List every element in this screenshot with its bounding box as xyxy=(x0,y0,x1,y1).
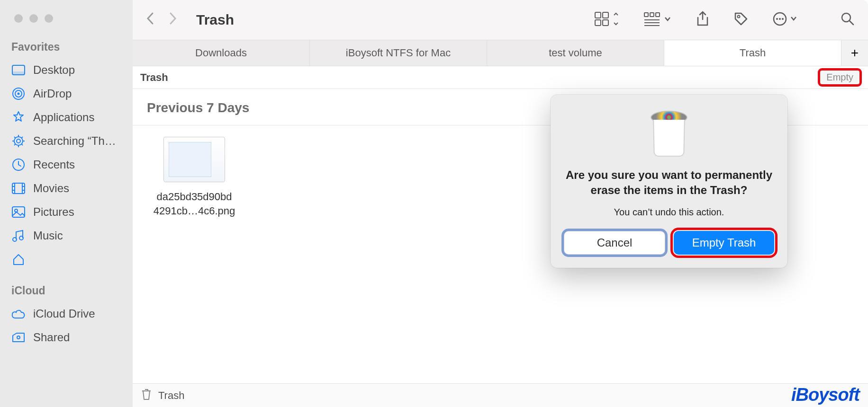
music-icon xyxy=(11,229,26,243)
svg-line-13 xyxy=(14,144,16,145)
sidebar-item-desktop[interactable]: Desktop xyxy=(0,58,133,82)
sidebar-item-airdrop[interactable]: AirDrop xyxy=(0,82,133,106)
svg-point-42 xyxy=(782,18,784,20)
tab-downloads[interactable]: Downloads xyxy=(133,40,310,66)
tab-test-volume[interactable]: test volume xyxy=(487,40,664,66)
movies-icon xyxy=(11,181,26,195)
svg-rect-34 xyxy=(656,13,660,17)
pictures-icon xyxy=(11,205,26,219)
sidebar-item-icloud-drive[interactable]: iCloud Drive xyxy=(0,302,133,326)
sidebar-item-label: Recents xyxy=(33,158,75,171)
empty-trash-button[interactable]: Empty xyxy=(819,70,860,85)
cancel-button[interactable]: Cancel xyxy=(564,231,665,255)
tab-label: iBoysoft NTFS for Mac xyxy=(346,47,451,59)
svg-rect-30 xyxy=(595,20,601,26)
toolbar: Trash xyxy=(133,0,868,40)
sidebar-item-movies[interactable]: Movies xyxy=(0,177,133,200)
svg-rect-1 xyxy=(12,71,25,75)
maximize-window-icon[interactable] xyxy=(45,14,53,23)
sidebar-item-label: Applications xyxy=(33,111,94,124)
status-bar: Trash xyxy=(133,383,868,407)
svg-point-27 xyxy=(17,336,20,339)
tab-add-button[interactable]: + xyxy=(841,40,868,66)
more-button[interactable] xyxy=(772,11,798,28)
svg-point-24 xyxy=(15,209,18,212)
sidebar-item-applications[interactable]: Applications xyxy=(0,106,133,129)
svg-line-12 xyxy=(21,144,23,145)
nav-back-button[interactable] xyxy=(146,12,154,28)
airdrop-icon xyxy=(11,87,26,101)
tab-label: Trash xyxy=(740,47,766,59)
sidebar: Favorites Desktop AirDrop Applications S… xyxy=(0,0,133,407)
tab-label: Downloads xyxy=(195,47,247,59)
file-name-line: da25bd35d90bd xyxy=(156,191,232,203)
dialog-subtitle: You can’t undo this action. xyxy=(564,207,774,218)
minimize-window-icon[interactable] xyxy=(29,14,38,23)
svg-point-38 xyxy=(738,16,740,18)
location-bar: Trash Empty xyxy=(133,66,868,89)
window-controls xyxy=(0,9,133,36)
sidebar-item-label: Movies xyxy=(33,182,69,195)
sidebar-item-recents[interactable]: Recents xyxy=(0,153,133,177)
svg-rect-23 xyxy=(12,207,25,217)
svg-point-4 xyxy=(18,93,20,95)
svg-point-6 xyxy=(17,139,20,143)
sidebar-item-label: AirDrop xyxy=(33,87,72,100)
status-path: Trash xyxy=(158,389,184,402)
dialog-title: Are you sure you want to permanently era… xyxy=(564,168,774,198)
tab-bar: Downloads iBoysoft NTFS for Mac test vol… xyxy=(133,40,868,66)
svg-rect-28 xyxy=(595,12,601,18)
svg-rect-33 xyxy=(650,13,654,17)
desktop-icon xyxy=(11,63,26,77)
confirm-empty-trash-button[interactable]: Empty Trash xyxy=(674,231,774,255)
view-icons-button[interactable] xyxy=(594,11,620,28)
location-label: Trash xyxy=(140,71,168,84)
sidebar-item-label: Desktop xyxy=(33,63,75,77)
svg-rect-32 xyxy=(644,13,648,17)
tab-iboysoft[interactable]: iBoysoft NTFS for Mac xyxy=(310,40,487,66)
svg-point-40 xyxy=(776,18,778,20)
svg-line-14 xyxy=(21,137,23,138)
svg-rect-29 xyxy=(603,12,608,18)
sidebar-item-label: Searching “Th… xyxy=(33,134,116,148)
sidebar-item-home[interactable] xyxy=(0,248,133,271)
trash-full-icon xyxy=(648,106,690,158)
share-button[interactable] xyxy=(696,11,710,29)
confirm-dialog: Are you sure you want to permanently era… xyxy=(551,95,787,268)
search-button[interactable] xyxy=(841,12,855,28)
tab-label: test volume xyxy=(549,47,602,59)
home-icon xyxy=(11,252,26,266)
file-name: da25bd35d90bd 4291cb…4c6.png xyxy=(147,190,242,218)
tag-button[interactable] xyxy=(733,11,749,28)
trash-icon xyxy=(141,388,152,403)
sidebar-item-label: Pictures xyxy=(33,205,74,219)
window-title: Trash xyxy=(196,12,234,28)
tab-trash[interactable]: Trash xyxy=(664,40,841,66)
sidebar-item-shared[interactable]: Shared xyxy=(0,326,133,349)
shared-icon xyxy=(11,330,26,345)
svg-rect-31 xyxy=(603,20,608,26)
svg-line-44 xyxy=(850,21,853,25)
group-button[interactable] xyxy=(643,11,672,28)
sidebar-item-label: Music xyxy=(33,229,63,242)
svg-point-41 xyxy=(779,18,781,20)
file-name-line: 4291cb…4c6.png xyxy=(154,205,235,217)
svg-rect-16 xyxy=(12,183,25,194)
applications-icon xyxy=(11,110,26,124)
sidebar-item-label: iCloud Drive xyxy=(33,307,95,320)
sidebar-item-label: Shared xyxy=(33,331,70,344)
nav-forward-button[interactable] xyxy=(169,12,177,28)
gear-icon xyxy=(11,134,26,148)
sidebar-item-music[interactable]: Music xyxy=(0,224,133,248)
sidebar-item-pictures[interactable]: Pictures xyxy=(0,200,133,224)
file-thumbnail-icon xyxy=(163,137,225,182)
sidebar-section-favorites: Favorites xyxy=(0,36,133,58)
watermark-logo: iBoysoft xyxy=(791,385,859,405)
svg-line-11 xyxy=(14,137,16,138)
recents-icon xyxy=(11,158,26,172)
sidebar-item-searching[interactable]: Searching “Th… xyxy=(0,129,133,153)
close-window-icon[interactable] xyxy=(14,14,23,23)
icloud-icon xyxy=(11,307,26,321)
sidebar-section-icloud: iCloud xyxy=(0,280,133,302)
file-item[interactable]: da25bd35d90bd 4291cb…4c6.png xyxy=(147,137,242,218)
